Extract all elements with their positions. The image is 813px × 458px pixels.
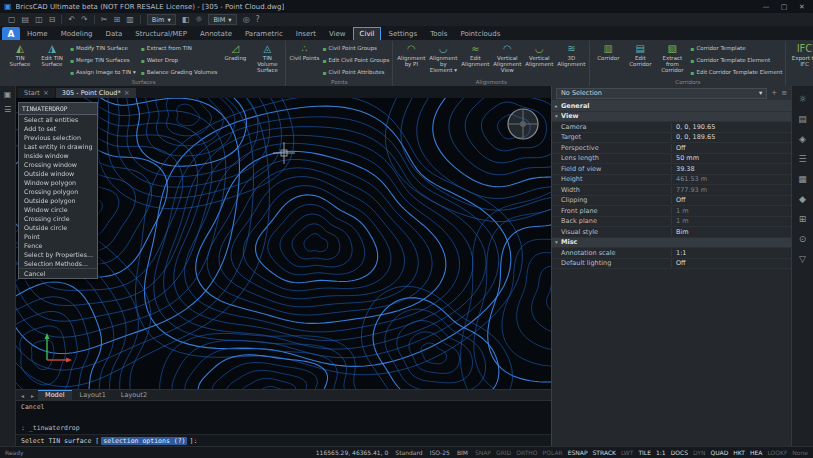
- ribbon-button[interactable]: ◬ TIN Volume Surface: [252, 42, 282, 78]
- ribbon-button[interactable]: ◡ Vertical Alignment: [524, 42, 554, 78]
- ribbon-button[interactable]: ◮ Edit TIN Surface: [37, 42, 67, 78]
- menu-item[interactable]: Crossing window: [19, 160, 97, 169]
- ribbon-button[interactable]: ◿ Grading: [220, 42, 250, 78]
- maximize-icon[interactable]: ▢: [777, 3, 791, 11]
- status-toggle[interactable]: SNAP: [475, 449, 491, 456]
- layout-tab[interactable]: Layout2: [114, 390, 154, 400]
- ribbon-tab[interactable]: Insert: [290, 28, 322, 40]
- status-toggle[interactable]: GRID: [496, 449, 511, 456]
- viewport-icon[interactable]: ▣: [4, 90, 12, 99]
- status-toggle[interactable]: DOCS: [671, 449, 688, 456]
- ribbon-button[interactable]: ▪ Corridor Template: [690, 42, 782, 54]
- current-style[interactable]: Standard: [395, 449, 422, 456]
- menu-item[interactable]: Window polygon: [19, 178, 97, 187]
- status-toggle[interactable]: POLAR: [543, 449, 563, 456]
- ribbon-tab[interactable]: Annotate: [194, 28, 238, 40]
- ribbon-button[interactable]: ◭ TIN Surface: [5, 42, 35, 78]
- menu-item[interactable]: Crossing polygon: [19, 187, 97, 196]
- ribbon-button[interactable]: ▪ Civil Point Attributes: [322, 66, 389, 78]
- ribbon-tab[interactable]: Data: [100, 28, 129, 40]
- ribbon-tab[interactable]: Pointclouds: [454, 28, 506, 40]
- ribbon-button[interactable]: ▧ Extract from Corridor: [657, 42, 687, 78]
- ribbon-tab[interactable]: Tools: [424, 28, 453, 40]
- layout-tab[interactable]: Model: [38, 390, 72, 400]
- pick-add-icon[interactable]: +: [771, 89, 777, 97]
- ribbon-button[interactable]: ▪ Modify TIN Surface: [70, 42, 136, 54]
- ribbon-button[interactable]: ▪ Corridor Template Element: [690, 54, 782, 66]
- menu-item[interactable]: Outside window: [19, 169, 97, 178]
- panel-menu-icon[interactable]: ≡: [781, 89, 787, 97]
- tab-prev-icon[interactable]: ◂: [18, 392, 27, 399]
- status-toggle[interactable]: HEA: [750, 449, 762, 456]
- property-value[interactable]: Off: [671, 196, 791, 204]
- print-icon[interactable]: ⊟: [49, 15, 56, 25]
- status-toggle[interactable]: None: [792, 449, 808, 456]
- command-prompt[interactable]: Select TIN surface [ selection options (…: [16, 434, 551, 446]
- ribbon-button[interactable]: ▪ Water Drop: [141, 54, 218, 66]
- drawing-viewport[interactable]: TINWATERDROP Select all entities Add to …: [16, 98, 551, 389]
- property-value[interactable]: Off: [671, 144, 791, 152]
- ribbon-tab[interactable]: Settings: [382, 28, 423, 40]
- document-tab[interactable]: Start ×: [18, 88, 55, 98]
- ribbon-button[interactable]: ▪ Extract from TIN: [141, 42, 218, 54]
- menu-item[interactable]: Last entity in drawing: [19, 142, 97, 151]
- status-toggle[interactable]: 1:1: [656, 449, 666, 456]
- section-toggle-icon[interactable]: ▸: [552, 103, 561, 109]
- property-value[interactable]: 1 m: [671, 217, 791, 225]
- copy-icon[interactable]: ⊞: [114, 15, 121, 25]
- property-value[interactable]: 50 mm: [671, 154, 791, 162]
- status-toggle[interactable]: STRACK: [593, 449, 617, 456]
- application-button[interactable]: A: [2, 27, 20, 40]
- property-value[interactable]: 461.53 m: [671, 175, 791, 183]
- ribbon-button[interactable]: ≋ 3D Alignment: [556, 42, 586, 78]
- menu-item[interactable]: Cancel: [19, 268, 97, 278]
- status-toggle[interactable]: DYN: [693, 449, 705, 456]
- new-file-icon[interactable]: ▢: [8, 15, 16, 25]
- panel-components-icon[interactable]: ◆: [799, 194, 806, 204]
- ribbon-button[interactable]: ▪ Edit Corridor Template Element: [690, 66, 782, 78]
- close-icon[interactable]: ×: [43, 89, 49, 97]
- ribbon-button[interactable]: ◠ Alignment by PI: [396, 42, 426, 78]
- status-toggle[interactable]: LOOKF: [767, 449, 787, 456]
- section-toggle-icon[interactable]: ▾: [552, 239, 561, 245]
- menu-item[interactable]: Selection Methods...: [19, 259, 97, 268]
- panel-sheets-icon[interactable]: ▤: [798, 114, 807, 124]
- save-icon[interactable]: ◫: [35, 15, 43, 25]
- selection-filter-select[interactable]: No Selection ▾: [556, 88, 767, 99]
- menu-item[interactable]: Outside polygon: [19, 196, 97, 205]
- menu-item[interactable]: Point: [19, 232, 97, 241]
- status-toggle[interactable]: LWT: [621, 449, 633, 456]
- dim-style[interactable]: ISO-25: [430, 449, 450, 456]
- menu-item[interactable]: Crossing circle: [19, 214, 97, 223]
- viewcube-icon[interactable]: ◧: [182, 15, 190, 25]
- prompt-option-link[interactable]: selection options (?): [101, 437, 187, 445]
- workspace-field[interactable]: BIM: [457, 449, 468, 456]
- property-value[interactable]: Bim: [671, 228, 791, 236]
- menu-item[interactable]: Add to set: [19, 124, 97, 133]
- tab-next-icon[interactable]: ▸: [28, 392, 37, 399]
- menu-item[interactable]: Window circle: [19, 205, 97, 214]
- ribbon-tab[interactable]: Modeling: [55, 28, 99, 40]
- ribbon-button[interactable]: ▪ Merge TIN Surfaces: [70, 54, 136, 66]
- sun-light-icon[interactable]: ☼: [195, 15, 202, 25]
- close-icon[interactable]: ×: [124, 89, 130, 97]
- search-icon[interactable]: ◎: [243, 15, 250, 25]
- ribbon-tab[interactable]: View: [323, 28, 352, 40]
- panel-layers-icon[interactable]: ▦: [798, 174, 807, 184]
- ribbon-button[interactable]: IFC Export to IFC: [789, 42, 813, 78]
- ribbon-button[interactable]: ▪ Edit Civil Point Groups: [322, 54, 389, 66]
- menu-item[interactable]: Fence: [19, 241, 97, 250]
- ribbon-button[interactable]: ≈ Edit Alignment: [460, 42, 490, 78]
- property-value[interactable]: 777.93 m: [671, 186, 791, 194]
- ribbon-button[interactable]: ◡ Alignment by Element ▾: [428, 42, 458, 78]
- ribbon-tab[interactable]: Civil: [353, 27, 382, 40]
- status-toggle[interactable]: TILE: [638, 449, 651, 456]
- menu-item[interactable]: Inside window: [19, 151, 97, 160]
- ribbon-tab[interactable]: Structural/MEP: [129, 28, 193, 40]
- property-value[interactable]: 0, 0, 189.65: [671, 133, 791, 141]
- layout-tab[interactable]: Layout1: [73, 390, 113, 400]
- section-toggle-icon[interactable]: ▾: [552, 113, 561, 119]
- menu-item[interactable]: Previous selection: [19, 133, 97, 142]
- ribbon-button[interactable]: ▪ Civil Point Groups: [322, 42, 389, 54]
- ribbon-button[interactable]: ▪ Assign Image to TIN ▾: [70, 66, 136, 78]
